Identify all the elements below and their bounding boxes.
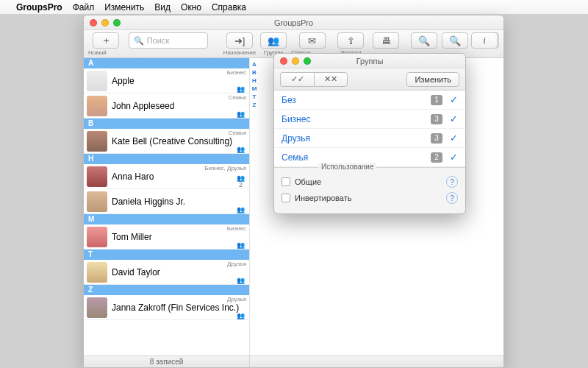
avatar [87, 262, 107, 283]
edit-button[interactable]: Изменить [406, 72, 459, 87]
people-icon: 👥 [237, 313, 245, 319]
deselect-all-button[interactable]: ✕✕ [314, 72, 348, 87]
select-all-button[interactable]: ✓✓ [280, 72, 314, 87]
section-header: B [84, 118, 249, 129]
alpha-letter[interactable]: B [250, 69, 259, 76]
group-name: Семья [282, 152, 431, 163]
alpha-index[interactable]: ABHMTZ [250, 61, 259, 108]
menu-window[interactable]: Окно [181, 2, 201, 13]
contact-row[interactable]: David TaylorДрузья👥 [84, 260, 249, 285]
avatar [87, 191, 107, 212]
popup-title: Группы [311, 57, 429, 66]
menubar-app[interactable]: GroupsPro [16, 2, 62, 13]
alpha-letter[interactable]: A [250, 61, 259, 68]
alpha-letter[interactable]: H [250, 77, 259, 84]
group-count-badge: 1 [431, 95, 442, 105]
contact-name: John Appleseed [112, 101, 174, 111]
new-contact-button[interactable]: ＋ [93, 32, 119, 49]
check-icon[interactable]: ✓ [450, 132, 458, 144]
contact-row[interactable]: AppleБизнес👥 [84, 68, 249, 93]
help-icon[interactable]: ? [446, 192, 458, 204]
select-seg: ✓✓ ✕✕ [280, 72, 348, 87]
zoom-in-button[interactable]: 🔍 [442, 32, 468, 49]
menu-view[interactable]: Вид [154, 2, 171, 13]
popup-minimize-icon[interactable] [292, 57, 299, 65]
common-label: Общие [295, 177, 321, 186]
alpha-letter[interactable]: T [250, 93, 259, 100]
contact-tag: Друзья [227, 261, 246, 267]
contact-list[interactable]: AAppleБизнес👥John AppleseedСемья👥BKate B… [84, 58, 250, 355]
print-button[interactable]: 🖶 [373, 32, 399, 49]
contact-row[interactable]: Tom MillerБизнес👥 [84, 224, 249, 250]
contact-tag: Бизнес [227, 69, 246, 76]
group-name: Бизнес [282, 114, 431, 124]
alpha-letter[interactable]: M [250, 85, 259, 92]
avatar [87, 297, 107, 318]
mailing-button[interactable]: ✉ [299, 32, 326, 49]
contact-row[interactable]: John AppleseedСемья👥 [84, 93, 249, 118]
section-header: A [84, 58, 249, 68]
popup-zoom-icon[interactable] [304, 57, 311, 65]
popup-close-icon[interactable] [280, 57, 287, 65]
export-button[interactable]: ⇪ [337, 32, 364, 49]
avatar [87, 131, 107, 152]
check-icon[interactable]: ✓ [450, 94, 458, 105]
menu-edit[interactable]: Изменить [104, 2, 144, 13]
info-button[interactable]: i [471, 32, 498, 49]
usage-label: Использование [318, 163, 376, 171]
contact-tag: Бизнес, Друзья [204, 165, 246, 171]
people-icon: 👥 [237, 277, 245, 284]
alpha-letter[interactable]: Z [250, 102, 259, 108]
people-count: 👥2 [237, 175, 245, 188]
contact-tag: Семья [229, 94, 246, 101]
contact-row[interactable]: Kate Bell (Creative Consulting)Семья👥 [84, 129, 249, 154]
group-row[interactable]: Бизнес3✓ [274, 110, 465, 129]
people-icon: 👥 [237, 86, 245, 93]
help-icon[interactable]: ? [446, 176, 458, 188]
titlebar: GroupsPro [84, 15, 503, 30]
avatar [87, 166, 107, 187]
groups-popup: Группы ✓✓ ✕✕ Изменить Без1✓Бизнес3✓Друзь… [273, 53, 466, 214]
contact-row[interactable]: Daniela Higgins Jr.👥 [84, 189, 249, 214]
groups-button[interactable]: 👥 [260, 32, 287, 49]
search-icon: 🔍 [134, 36, 144, 46]
people-icon: 👥 [237, 207, 245, 213]
contact-tag: Бизнес [227, 225, 246, 232]
menu-help[interactable]: Справка [212, 2, 246, 13]
zoom-out-button[interactable]: 🔍 [411, 32, 437, 49]
search-placeholder: Поиск [147, 36, 169, 45]
contact-name: Anna Haro [112, 171, 154, 182]
invert-label: Инвертировать [295, 194, 351, 202]
usage-frame: Использование Общие ? Инвертировать ? [274, 167, 465, 213]
contact-tag: Друзья [227, 296, 246, 302]
check-icon[interactable]: ✓ [450, 113, 458, 124]
people-icon: 👥 [237, 242, 245, 249]
zoom-icon[interactable] [113, 19, 121, 26]
group-row[interactable]: Друзья3✓ [274, 129, 465, 148]
group-count-badge: 3 [431, 114, 442, 124]
common-checkbox[interactable] [282, 177, 290, 186]
window-title: GroupsPro [121, 18, 467, 27]
check-icon[interactable]: ✓ [450, 152, 458, 163]
section-header: M [84, 214, 249, 224]
contact-name: Tom Miller [112, 232, 152, 242]
contact-row[interactable]: Anna HaroБизнес, Друзья👥2 [84, 164, 249, 189]
assign-button[interactable]: ➜] [226, 32, 253, 49]
assign-label: Назначение [223, 49, 256, 56]
group-row[interactable]: Без1✓ [274, 91, 465, 110]
section-header: T [84, 250, 249, 260]
group-list: Без1✓Бизнес3✓Друзья3✓Семья2✓ [274, 91, 465, 167]
menu-file[interactable]: Файл [73, 2, 95, 13]
group-count-badge: 3 [431, 133, 442, 144]
search-input[interactable]: 🔍 Поиск [129, 32, 208, 49]
contact-name: Janna Zakroff (Fin Services Inc.) [112, 302, 239, 313]
contact-row[interactable]: Janna Zakroff (Fin Services Inc.)Друзья👥 [84, 295, 249, 320]
invert-checkbox[interactable] [282, 194, 290, 202]
group-name: Без [282, 95, 431, 105]
section-header: H [84, 154, 249, 164]
minimize-icon[interactable] [101, 19, 109, 26]
people-icon: 👥 [237, 146, 245, 153]
avatar [87, 96, 107, 116]
contact-name: Kate Bell (Creative Consulting) [112, 136, 232, 146]
close-icon[interactable] [90, 19, 97, 26]
